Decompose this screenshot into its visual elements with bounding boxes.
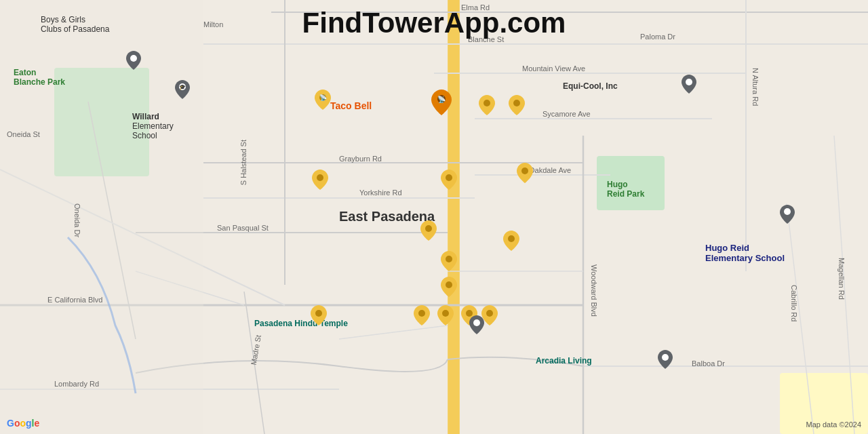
svg-text:📡: 📡 xyxy=(437,95,446,104)
page-title: FindTowerApp.com xyxy=(302,7,566,39)
pin-tower-6 xyxy=(441,170,457,190)
svg-point-34 xyxy=(662,354,669,361)
svg-point-42 xyxy=(446,174,452,181)
pin-equi-cool xyxy=(682,75,696,94)
pin-tower-14 xyxy=(437,305,454,326)
pin-boys-girls-clubs xyxy=(126,51,141,70)
pin-tower-3 xyxy=(479,95,495,115)
pin-tower-10 xyxy=(441,251,457,271)
svg-rect-28 xyxy=(0,0,203,434)
svg-point-44 xyxy=(425,225,432,232)
svg-text:🎓: 🎓 xyxy=(179,83,186,90)
svg-point-50 xyxy=(442,310,449,317)
svg-point-33 xyxy=(784,208,791,215)
pin-hugo-reid-school xyxy=(780,205,795,224)
pin-tower-9 xyxy=(503,231,519,251)
svg-point-47 xyxy=(446,281,452,288)
svg-point-48 xyxy=(315,310,322,317)
pin-tower-4 xyxy=(509,95,525,115)
svg-point-40 xyxy=(513,100,520,106)
pin-tower-active: 📡 xyxy=(431,90,452,115)
pin-temple-dark xyxy=(469,315,484,334)
google-logo: Google xyxy=(7,418,39,429)
svg-point-52 xyxy=(486,310,493,317)
pin-tower-5 xyxy=(312,170,328,190)
svg-point-53 xyxy=(473,319,480,326)
svg-rect-5 xyxy=(448,0,459,434)
pin-tower-11 xyxy=(441,277,457,297)
svg-point-41 xyxy=(317,174,323,181)
svg-point-39 xyxy=(484,100,490,106)
svg-point-43 xyxy=(521,167,528,174)
svg-point-49 xyxy=(418,310,425,317)
svg-point-29 xyxy=(130,55,137,62)
svg-text:📡: 📡 xyxy=(319,94,328,102)
svg-point-45 xyxy=(508,235,515,242)
pin-tower-7 xyxy=(517,163,533,183)
map-container[interactable]: FindTowerApp.com Elma Rd Blanche St Palo… xyxy=(0,0,868,434)
svg-point-46 xyxy=(446,256,452,262)
pin-tower-1: 📡 xyxy=(315,90,331,110)
pin-tower-12 xyxy=(311,305,327,326)
pin-arcadia-living xyxy=(658,350,673,369)
map-attribution: Map data ©2024 xyxy=(806,420,862,429)
svg-rect-2 xyxy=(597,156,665,210)
pin-tower-13 xyxy=(414,305,430,326)
pin-willard-school: 🎓 xyxy=(175,80,190,99)
pin-tower-8 xyxy=(420,220,437,241)
svg-point-32 xyxy=(686,79,692,85)
